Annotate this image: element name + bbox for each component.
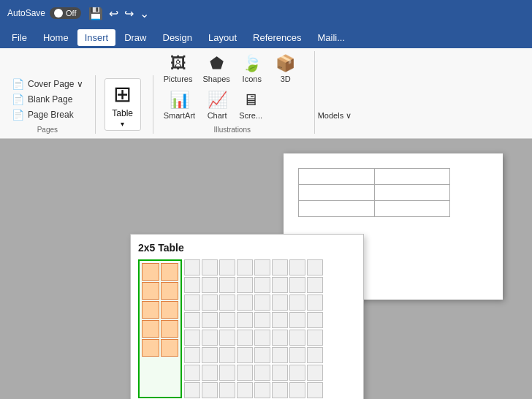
grid-cell[interactable]	[272, 312, 288, 328]
pictures-btn[interactable]: 🖼 Pictures	[159, 51, 197, 86]
grid-cell[interactable]	[237, 259, 253, 276]
undo-icon[interactable]: ↩	[109, 7, 118, 20]
grid-cell[interactable]	[254, 382, 270, 398]
grid-cell[interactable]	[202, 277, 218, 293]
grid-cell[interactable]	[254, 365, 270, 381]
menu-mailing[interactable]: Maili...	[311, 29, 353, 46]
grid-cell[interactable]	[161, 339, 178, 357]
grid-cell[interactable]	[142, 339, 159, 357]
grid-cell[interactable]	[219, 347, 235, 363]
grid-cell[interactable]	[237, 347, 253, 363]
grid-cell[interactable]	[202, 312, 218, 328]
redo-icon[interactable]: ↪	[124, 7, 134, 20]
grid-cell[interactable]	[161, 263, 178, 281]
blank-page-btn[interactable]: 📄 Blank Page	[9, 92, 86, 107]
grid-cell[interactable]	[142, 301, 159, 319]
grid-cell[interactable]	[184, 294, 200, 311]
grid-cell[interactable]	[202, 347, 218, 363]
grid-cell[interactable]	[219, 330, 235, 346]
grid-cell[interactable]	[142, 263, 159, 281]
grid-cell[interactable]	[307, 277, 323, 293]
screenshot-btn[interactable]: 🖥 Scre...	[235, 88, 267, 123]
grid-cell[interactable]	[184, 259, 200, 276]
grid-cell[interactable]	[289, 277, 305, 293]
menu-draw[interactable]: Draw	[117, 29, 153, 46]
grid-cell[interactable]	[219, 365, 235, 381]
menu-insert[interactable]: Insert	[77, 29, 116, 46]
grid-cell[interactable]	[219, 294, 235, 311]
grid-cell[interactable]	[272, 259, 288, 276]
grid-cell[interactable]	[202, 259, 218, 276]
grid-cell[interactable]	[272, 365, 288, 381]
grid-cell[interactable]	[254, 294, 270, 311]
grid-cell[interactable]	[142, 320, 159, 338]
grid-cell[interactable]	[161, 320, 178, 338]
grid-cell[interactable]	[219, 382, 235, 398]
grid-cell[interactable]	[237, 330, 253, 346]
shapes-label: Shapes	[202, 75, 229, 83]
menu-home[interactable]: Home	[36, 29, 76, 46]
grid-cell[interactable]	[237, 365, 253, 381]
grid-cell[interactable]	[184, 277, 200, 293]
grid-cell[interactable]	[272, 294, 288, 311]
grid-cell[interactable]	[202, 330, 218, 346]
grid-cell[interactable]	[237, 312, 253, 328]
grid-cell[interactable]	[307, 312, 323, 328]
menu-design[interactable]: Design	[156, 29, 200, 46]
grid-cell[interactable]	[289, 294, 305, 311]
grid-cell[interactable]	[272, 330, 288, 346]
grid-cell[interactable]	[202, 365, 218, 381]
cover-page-btn[interactable]: 📄 Cover Page ∨	[9, 77, 86, 91]
grid-cell[interactable]	[307, 330, 323, 346]
grid-cell[interactable]	[219, 312, 235, 328]
grid-cell[interactable]	[184, 347, 200, 363]
grid-cell[interactable]	[219, 277, 235, 293]
grid-cell[interactable]	[289, 330, 305, 346]
grid-cell[interactable]	[184, 365, 200, 381]
grid-cell[interactable]	[307, 365, 323, 381]
grid-cell[interactable]	[307, 347, 323, 363]
grid-cell[interactable]	[202, 382, 218, 398]
grid-cell[interactable]	[272, 277, 288, 293]
grid-cell[interactable]	[184, 330, 200, 346]
grid-cell[interactable]	[184, 312, 200, 328]
grid-cell[interactable]	[307, 382, 323, 398]
grid-cell[interactable]	[307, 259, 323, 276]
grid-cell[interactable]	[161, 301, 178, 319]
grid-cell[interactable]	[289, 365, 305, 381]
shapes-btn[interactable]: ⬟ Shapes	[198, 51, 234, 86]
grid-cell[interactable]	[272, 382, 288, 398]
menu-file[interactable]: File	[4, 29, 34, 46]
grid-cell[interactable]	[254, 330, 270, 346]
grid-cell[interactable]	[289, 382, 305, 398]
grid-cell[interactable]	[289, 312, 305, 328]
dropdown-arrow-icon[interactable]: ⌄	[140, 7, 149, 20]
chart-btn[interactable]: 📈 Chart	[201, 88, 233, 123]
smartart-btn[interactable]: 📊 SmartArt	[159, 88, 200, 123]
icons-btn[interactable]: 🍃 Icons	[236, 51, 268, 86]
title-bar: AutoSave Off 💾 ↩ ↪ ⌄	[0, 0, 532, 26]
page-break-btn[interactable]: 📄 Page Break	[9, 107, 86, 122]
table-btn[interactable]: ⊞ Table ▾	[104, 78, 141, 131]
grid-cell[interactable]	[202, 294, 218, 311]
save-icon[interactable]: 💾	[88, 7, 103, 20]
autosave-toggle[interactable]: Off	[50, 7, 80, 19]
grid-cell[interactable]	[184, 382, 200, 398]
3d-models-btn[interactable]: 📦 3D	[270, 51, 302, 86]
grid-cell[interactable]	[289, 347, 305, 363]
menu-layout[interactable]: Layout	[201, 29, 244, 46]
grid-cell[interactable]	[254, 259, 270, 276]
menu-references[interactable]: References	[246, 29, 308, 46]
grid-cell[interactable]	[219, 259, 235, 276]
grid-cell[interactable]	[142, 282, 159, 300]
grid-cell[interactable]	[307, 294, 323, 311]
grid-cell[interactable]	[254, 312, 270, 328]
grid-cell[interactable]	[254, 277, 270, 293]
grid-cell[interactable]	[161, 282, 178, 300]
grid-cell[interactable]	[237, 382, 253, 398]
grid-cell[interactable]	[254, 347, 270, 363]
grid-cell[interactable]	[289, 259, 305, 276]
grid-cell[interactable]	[237, 277, 253, 293]
grid-cell[interactable]	[237, 294, 253, 311]
grid-cell[interactable]	[272, 347, 288, 363]
